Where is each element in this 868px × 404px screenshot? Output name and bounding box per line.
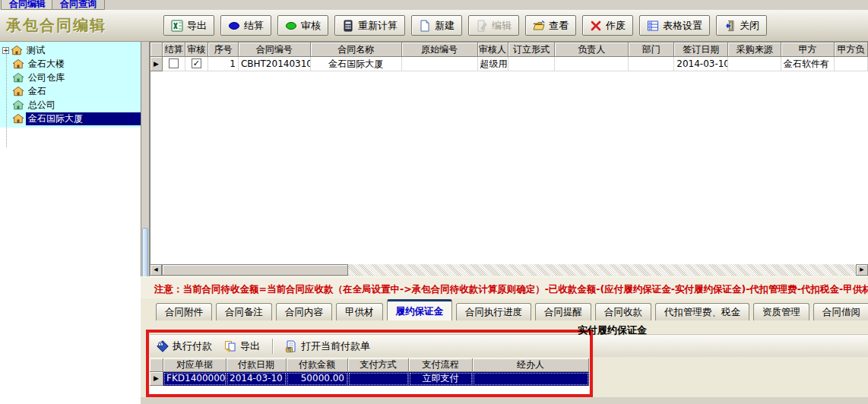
house-icon (13, 114, 24, 124)
close-button[interactable]: 关闭 (716, 15, 767, 36)
open-current-payment-doc-button[interactable]: 司 打开当前付款单 (285, 339, 370, 353)
col-header[interactable]: 支付方式 (348, 358, 409, 372)
export-button[interactable]: 导出 (163, 15, 214, 36)
tab-contract-progress[interactable]: 合同执行进度 (456, 303, 531, 320)
sidebar-item-label: 公司仓库 (26, 71, 67, 84)
scrollbar-thumb[interactable] (162, 264, 348, 276)
col-header[interactable]: 甲方负 (835, 43, 868, 57)
top-tab-strip: 合同编辑 合同查询 (0, 0, 868, 10)
col-header[interactable]: 支付流程 (409, 358, 473, 372)
cell-pay-date[interactable]: 2014-03-10 (227, 372, 287, 386)
table-row[interactable]: ▶ ✓ 1 CBHT2014031001 金石国际大厦 超级用户 2014-03… (150, 57, 868, 71)
tree-expand-icon[interactable]: + (2, 47, 9, 54)
void-button[interactable]: 作废 (582, 15, 633, 36)
new-button[interactable]: 新建 (411, 15, 462, 36)
notice-text: 注意：当前合同待收金额=当前合同应收款（在全局设置中->承包合同待收款计算原则确… (154, 283, 868, 296)
tab-contract-remarks[interactable]: 合同备注 (216, 303, 272, 320)
sidebar-item-head-office[interactable]: 总公司 (0, 98, 141, 112)
scroll-left-icon[interactable]: ◀ (150, 264, 162, 276)
contracts-table: 结算 审核 序号 合同编号 合同名称 原始编号 审核人 订立形式 负责人 部门 … (150, 42, 868, 264)
col-header[interactable]: 采购来源 (728, 43, 781, 57)
cell-auditor[interactable]: 超级用户 (478, 57, 508, 71)
recalculate-button[interactable]: 重新计算 (334, 15, 405, 36)
audit-checkbox[interactable]: ✓ (192, 58, 201, 68)
bottom-strip (141, 397, 868, 404)
cell-form[interactable] (508, 57, 556, 71)
cell-manager[interactable] (555, 57, 629, 71)
table-settings-button[interactable]: 表格设置 (639, 15, 710, 36)
tab-contract-content[interactable]: 合同内容 (276, 303, 332, 320)
payments-table: 对应单据 付款日期 付款金额 支付方式 支付流程 经办人 ▶ FKD140000… (150, 358, 589, 394)
cell-sign-date[interactable]: 2014-03-10 (674, 57, 728, 71)
sidebar-item-company-warehouse[interactable]: 公司仓库 (0, 71, 141, 84)
cell-amount[interactable]: 50000.00 (287, 372, 348, 386)
col-header[interactable]: 付款金额 (287, 358, 348, 372)
tab-performance-bond[interactable]: 履约保证金 (387, 299, 453, 320)
scroll-right-icon[interactable]: ▶ (856, 264, 868, 276)
cell-contract-name[interactable]: 金石国际大厦 (311, 57, 402, 71)
cell-contract-code[interactable]: CBHT2014031001 (239, 57, 311, 71)
col-header[interactable]: 合同编号 (239, 43, 311, 57)
red-x-icon (590, 20, 602, 32)
tab-withholding-fees-tax[interactable]: 代扣管理费、税金 (655, 303, 749, 320)
tab-contract-receipts[interactable]: 合同收款 (595, 303, 651, 320)
audit-button[interactable]: 审核 (277, 15, 328, 36)
cell-doc-no[interactable]: FKD140000002 (163, 372, 227, 386)
col-header[interactable]: 甲方 (781, 43, 835, 57)
tab-contract-reminder[interactable]: 合同提醒 (535, 303, 591, 320)
horizontal-scrollbar[interactable]: ◀ ▶ (150, 264, 868, 276)
tab-contract-edit[interactable]: 合同编辑 (1, 0, 54, 10)
col-header[interactable]: 经办人 (473, 358, 589, 372)
tab-contract-query[interactable]: 合同查询 (52, 0, 105, 10)
col-header[interactable]: 审核 (185, 43, 208, 57)
cell-original-code[interactable] (402, 57, 478, 71)
cell-handler[interactable] (473, 372, 589, 386)
tab-qualification-management[interactable]: 资质管理 (753, 303, 809, 320)
sidebar-item-jinshi[interactable]: 金石 (0, 84, 141, 98)
col-header[interactable]: 负责人 (555, 43, 629, 57)
col-header[interactable]: 订立形式 (508, 43, 556, 57)
settle-button[interactable]: 结算 (220, 15, 271, 36)
execute-payment-button[interactable]: 1 执行付款 (157, 339, 212, 353)
calculator-icon (342, 20, 354, 32)
col-header[interactable]: 序号 (208, 43, 239, 57)
cell-party-a[interactable]: 金石软件有 (781, 57, 835, 71)
green-pill-icon (285, 20, 297, 32)
view-button[interactable]: 查看 (525, 15, 576, 36)
cell-department[interactable] (629, 57, 674, 71)
cell-seq[interactable]: 1 (208, 57, 239, 71)
col-header[interactable]: 审核人 (478, 43, 508, 57)
new-document-icon (419, 20, 431, 32)
settle-checkbox[interactable] (169, 58, 179, 68)
cell-source[interactable] (728, 57, 781, 71)
export-pages-icon (224, 340, 236, 352)
tab-contract-attachments[interactable]: 合同附件 (156, 303, 212, 320)
col-header[interactable]: 原始编号 (402, 43, 478, 57)
button-label: 重新计算 (358, 19, 398, 33)
current-row-arrow-icon: ▶ (150, 372, 163, 386)
col-header[interactable]: 合同名称 (311, 43, 402, 57)
cell-party-a-head[interactable] (835, 57, 868, 71)
col-header[interactable]: 付款日期 (227, 358, 287, 372)
cell-pay-method[interactable] (348, 372, 409, 386)
export-payments-button[interactable]: 导出 (224, 339, 260, 353)
button-label: 结算 (244, 19, 264, 33)
blue-pill-icon (228, 20, 240, 32)
button-label: 编辑 (492, 19, 512, 33)
open-payment-doc-icon: 司 (285, 340, 297, 352)
col-header[interactable]: 结算 (163, 43, 185, 57)
col-header[interactable]: 部门 (629, 43, 674, 57)
tab-contract-borrowing[interactable]: 合同借阅 (813, 303, 868, 320)
col-header[interactable]: 对应单据 (163, 358, 227, 372)
table-row selected-payment-row[interactable]: ▶ FKD140000002 2014-03-10 50000.00 立即支付 (150, 372, 589, 386)
col-header[interactable]: 签订日期 (674, 43, 728, 57)
payments-header-row: 对应单据 付款日期 付款金额 支付方式 支付流程 经办人 (150, 358, 589, 372)
tab-party-a-materials[interactable]: 甲供材 (336, 303, 383, 320)
sidebar-item-jinshi-international[interactable]: 金石国际大厦 (0, 112, 141, 125)
cell-pay-flow[interactable]: 立即支付 (409, 372, 473, 386)
button-label: 关闭 (740, 19, 759, 33)
sidebar-item-jinshi-building[interactable]: 金石大楼 (0, 57, 141, 71)
button-label: 打开当前付款单 (301, 339, 370, 353)
edit-button: 编辑 (468, 15, 519, 36)
sidebar-item-test[interactable]: + 测试 (0, 43, 141, 57)
